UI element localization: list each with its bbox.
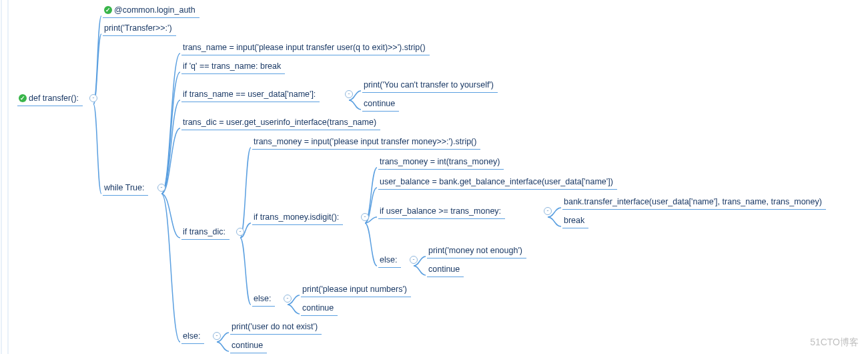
collapse-toggle[interactable]: - xyxy=(157,184,165,192)
node-label: print('please input numbers') xyxy=(302,285,407,294)
mindmap-node-cont4[interactable]: continue xyxy=(230,339,267,353)
mindmap-node-tdic[interactable]: trans_dic = user.get_userinfo_interface(… xyxy=(181,116,380,130)
collapse-toggle[interactable]: - xyxy=(213,332,221,340)
node-label: continue xyxy=(428,264,460,274)
mindmap-node-tint[interactable]: trans_money = int(trans_money) xyxy=(378,156,504,170)
collapse-toggle[interactable]: - xyxy=(236,228,244,236)
watermark-text: 51CTO博客 xyxy=(810,337,859,349)
connector-line xyxy=(161,100,180,194)
node-label: if trans_money.isdigit(): xyxy=(254,212,339,222)
mindmap-node-ifq[interactable]: if 'q' == trans_name: break xyxy=(181,60,285,74)
connector-line xyxy=(349,100,361,110)
mindmap-node-else3[interactable]: else: xyxy=(181,330,204,344)
connector-line xyxy=(240,238,251,305)
node-label: if 'q' == trans_name: break xyxy=(183,61,281,71)
node-label: if user_balance >= trans_money: xyxy=(380,206,501,216)
check-icon: ✓ xyxy=(104,6,112,14)
mindmap-node-pnum[interactable]: print('please input numbers') xyxy=(301,283,411,297)
collapse-toggle[interactable]: - xyxy=(89,94,97,102)
collapse-toggle[interactable]: - xyxy=(410,256,418,264)
mindmap-node-iftdic[interactable]: if trans_dic: xyxy=(181,226,230,240)
connector-line xyxy=(161,128,180,194)
mindmap-node-tmoney[interactable]: trans_money = input('please input transf… xyxy=(252,136,480,150)
connector-line xyxy=(93,16,101,104)
node-label: if trans_name == user_data['name']: xyxy=(183,90,316,99)
collapse-toggle[interactable]: - xyxy=(345,90,353,98)
node-label: trans_money = int(trans_money) xyxy=(380,157,500,166)
node-label: def transfer(): xyxy=(29,94,79,103)
collapse-toggle[interactable]: - xyxy=(284,295,292,303)
mindmap-node-ubal[interactable]: user_balance = bank.get_balance_interfac… xyxy=(378,176,617,190)
connector-line xyxy=(161,194,180,238)
node-label: print('You can't transfer to yourself') xyxy=(364,80,494,90)
node-label: continue xyxy=(302,303,334,313)
connector-line xyxy=(161,194,180,342)
node-label: if trans_dic: xyxy=(183,227,226,236)
connector-line xyxy=(161,53,180,194)
connector-line xyxy=(414,266,426,275)
node-label: trans_name = input('please input transfe… xyxy=(183,43,426,52)
connector-line xyxy=(93,104,101,194)
mindmap-node-cont3[interactable]: continue xyxy=(301,302,338,316)
connector-line xyxy=(240,148,251,238)
mindmap-node-pudne[interactable]: print('user do not exist') xyxy=(230,321,322,335)
node-label: break xyxy=(564,216,584,225)
mindmap-node-pyouc[interactable]: print('You can't transfer to yourself') xyxy=(362,79,498,93)
mindmap-node-else1[interactable]: else: xyxy=(378,254,401,268)
connector-line xyxy=(217,342,229,351)
mindmap-node-else2[interactable]: else: xyxy=(252,293,275,307)
node-label: continue xyxy=(232,341,263,350)
node-label: @common.login_auth xyxy=(114,5,195,15)
connector-line xyxy=(161,72,180,194)
node-label: else: xyxy=(254,294,271,303)
connector-line xyxy=(365,223,377,266)
mindmap-node-btrans[interactable]: bank.transfer_interface(user_data['name'… xyxy=(562,196,826,210)
mindmap-node-while[interactable]: while True: xyxy=(103,182,148,196)
mindmap-node-root[interactable]: ✓def transfer(): xyxy=(17,92,83,106)
mindmap-node-cont1[interactable]: continue xyxy=(362,98,399,112)
node-label: continue xyxy=(364,99,395,108)
connector-line xyxy=(548,217,561,226)
node-label: user_balance = bank.get_balance_interfac… xyxy=(380,177,613,186)
mindmap-node-ifself[interactable]: if trans_name == user_data['name']: xyxy=(181,88,320,102)
node-label: trans_money = input('please input transf… xyxy=(254,137,476,146)
node-label: else: xyxy=(183,331,200,341)
mindmap-node-break[interactable]: break xyxy=(562,214,588,228)
connector-line xyxy=(288,305,300,314)
collapse-toggle[interactable]: - xyxy=(544,207,552,215)
mindmap-node-pmne[interactable]: print('money not enough') xyxy=(427,244,526,258)
mindmap-node-deco[interactable]: ✓@common.login_auth xyxy=(103,4,199,18)
mindmap-node-ifdig[interactable]: if trans_money.isdigit(): xyxy=(252,211,343,225)
check-icon: ✓ xyxy=(19,94,27,102)
node-label: while True: xyxy=(104,183,144,192)
node-label: bank.transfer_interface(user_data['name'… xyxy=(564,197,822,206)
node-label: print('user do not exist') xyxy=(232,322,318,331)
node-label: print('Transfer>>:') xyxy=(104,23,172,33)
mindmap-node-cont2[interactable]: continue xyxy=(427,263,464,277)
collapse-toggle[interactable]: - xyxy=(361,213,369,221)
node-label: print('money not enough') xyxy=(428,246,522,255)
mindmap-node-ifbal[interactable]: if user_balance >= trans_money: xyxy=(378,205,505,219)
node-label: else: xyxy=(380,255,397,264)
mindmap-node-print1[interactable]: print('Transfer>>:') xyxy=(103,22,176,36)
node-label: trans_dic = user.get_userinfo_interface(… xyxy=(183,118,376,127)
mindmap-node-tname[interactable]: trans_name = input('please input transfe… xyxy=(181,41,430,55)
